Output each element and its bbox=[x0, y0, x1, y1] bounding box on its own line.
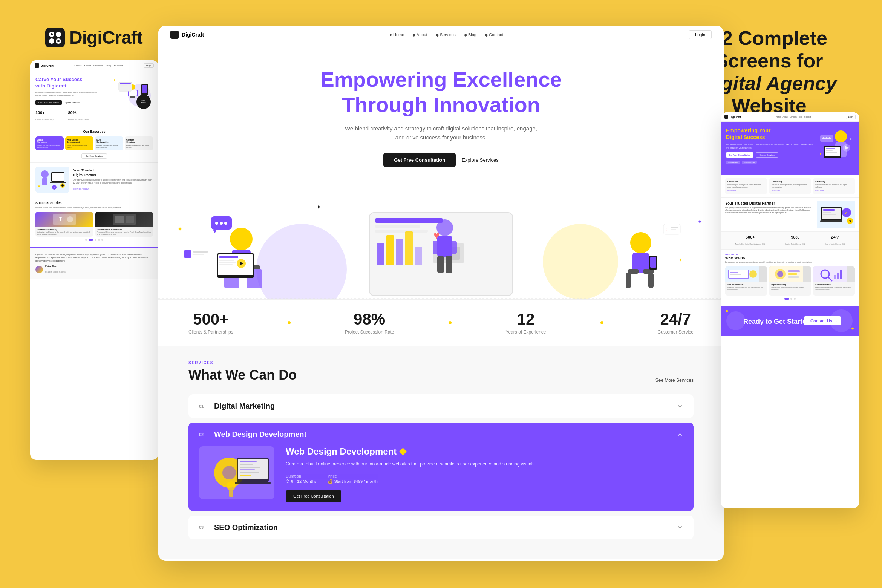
svg-rect-151 bbox=[837, 273, 839, 279]
left-hero-secondary-btn[interactable]: Explore Services bbox=[64, 100, 80, 105]
web-service-img bbox=[725, 266, 767, 282]
left-trusted-section: ✓ ★ Your TrustedDigital Partner Our agen… bbox=[30, 162, 158, 197]
nav-contact[interactable]: ◆ Contact bbox=[485, 32, 503, 37]
right-login-btn[interactable]: Login bbox=[846, 115, 856, 119]
svg-point-70 bbox=[630, 232, 651, 253]
left-nav-logo: DigiCraft bbox=[35, 63, 54, 68]
center-services: SERVICES What We Can Do See More Service… bbox=[158, 346, 724, 559]
dot-3 bbox=[95, 239, 96, 241]
svg-marker-82 bbox=[213, 230, 217, 233]
svg-rect-150 bbox=[834, 275, 836, 279]
center-primary-btn[interactable]: Get Free Consultation bbox=[383, 153, 456, 167]
service-1-header[interactable]: 01 Digital Marketing bbox=[188, 394, 694, 418]
brand-icon bbox=[45, 28, 65, 47]
svg-rect-106 bbox=[235, 482, 271, 484]
svg-rect-86 bbox=[193, 254, 204, 255]
left-hero-desc: Empowering businesses with innovative di… bbox=[35, 91, 103, 97]
service-2-content: Web Design Development Create a robust o… bbox=[286, 446, 683, 502]
service-3-name: SEO Optimization bbox=[214, 523, 669, 532]
service-2-header[interactable]: 02 Web Design Development bbox=[188, 423, 694, 446]
right-stat-1: 500+ Award of Best Digital Marketing Age… bbox=[735, 235, 765, 246]
right-trusted: Your Trusted Digital Partner Our agency … bbox=[721, 198, 859, 232]
svg-text:!: ! bbox=[666, 227, 668, 231]
svg-rect-24 bbox=[52, 173, 64, 181]
see-more-btn[interactable]: See More About Us → bbox=[73, 188, 92, 190]
expertise-card-1: DigitalMarketing Elevate your brand with… bbox=[35, 136, 64, 150]
whatwedo-desc: Let us see us our approach can provide s… bbox=[725, 261, 855, 263]
get-more-services-btn[interactable]: Get More Services bbox=[81, 153, 107, 159]
svg-rect-35 bbox=[115, 216, 124, 223]
svg-rect-69 bbox=[446, 256, 452, 273]
svg-rect-104 bbox=[240, 472, 259, 473]
left-success-section: Success Stories Discover how we have hel… bbox=[30, 197, 158, 247]
author-info: Peter Blue Head of Tactical Canvas bbox=[45, 265, 66, 274]
right-hero-btns: Get Free Consultation Explore Services bbox=[726, 152, 815, 158]
read-more-3[interactable]: Read More bbox=[815, 190, 853, 192]
svg-rect-129 bbox=[823, 212, 831, 213]
svg-rect-146 bbox=[788, 276, 799, 278]
service-1-num: 01 bbox=[199, 404, 207, 409]
svg-text:✦: ✦ bbox=[849, 138, 852, 141]
service-meta: Duration ⏱ 6 - 12 Months Price 💰 Start f… bbox=[286, 474, 683, 484]
diamond-decoration bbox=[399, 448, 407, 455]
success-cards: T Revitalized Grandby Maintained and dev… bbox=[35, 212, 153, 237]
svg-rect-103 bbox=[240, 469, 255, 470]
dot-5 bbox=[101, 239, 103, 241]
author-avatar bbox=[35, 266, 43, 273]
svg-rect-114 bbox=[826, 150, 833, 151]
left-hero-primary-btn[interactable]: Get Free Consultation bbox=[35, 100, 62, 105]
right-stat-2: 98% Head of Tactical Canvas 2022 bbox=[785, 235, 805, 246]
seo-service-body: SEO Optimization Ideally and practice an… bbox=[813, 282, 855, 296]
read-more-2[interactable]: Read More bbox=[772, 190, 809, 192]
right-dot-1 bbox=[784, 298, 789, 300]
left-login-btn[interactable]: Login bbox=[144, 63, 154, 68]
svg-point-37 bbox=[256, 224, 347, 299]
center-secondary-btn[interactable]: Explore Services bbox=[462, 153, 499, 167]
svg-rect-73 bbox=[643, 269, 654, 274]
left-nav: DigiCraft ● Home ● About ● Services ● Bl… bbox=[30, 60, 158, 71]
svg-point-6 bbox=[57, 40, 60, 42]
svg-rect-152 bbox=[840, 270, 842, 279]
svg-rect-77 bbox=[650, 257, 656, 268]
nav-about[interactable]: ◆ About bbox=[412, 32, 427, 37]
see-more-services-link[interactable]: See More Services bbox=[655, 378, 694, 383]
service-2-num: 02 bbox=[199, 432, 207, 437]
svg-text:✓: ✓ bbox=[53, 186, 55, 189]
service-2-name: Web Design Development bbox=[214, 430, 669, 439]
svg-rect-84 bbox=[184, 250, 191, 258]
service-3-header[interactable]: 03 SEO Optimization bbox=[188, 516, 694, 539]
pagination-dots bbox=[35, 237, 153, 243]
svg-rect-141 bbox=[769, 266, 803, 282]
nav-services[interactable]: ◆ Services bbox=[436, 32, 456, 37]
read-more-1[interactable]: Read More bbox=[727, 190, 765, 192]
services-label: SERVICES bbox=[188, 361, 297, 365]
svg-point-119 bbox=[828, 137, 831, 139]
stat-divider-1 bbox=[288, 321, 291, 324]
marketing-service-body: Digital Marketing Increase your marketin… bbox=[769, 282, 811, 296]
left-trusted-text: Your TrustedDigital Partner Our agency i… bbox=[73, 168, 153, 191]
right-secondary-btn[interactable]: Explore Services bbox=[756, 152, 778, 158]
service-consult-btn[interactable]: Get Free Consultation bbox=[286, 490, 341, 502]
service-3-num: 03 bbox=[199, 525, 207, 530]
stat-experience: 12 Years of Experience bbox=[506, 310, 546, 335]
right-primary-btn[interactable]: Get Free Consultation bbox=[726, 152, 753, 158]
svg-point-21 bbox=[41, 170, 49, 178]
right-dot-3 bbox=[794, 298, 796, 300]
center-hero-illustration: ♥ bbox=[158, 194, 724, 299]
center-login-btn[interactable]: Login bbox=[689, 30, 712, 39]
svg-point-79 bbox=[215, 222, 218, 225]
svg-rect-57 bbox=[386, 235, 394, 265]
nav-home[interactable]: ● Home bbox=[389, 32, 404, 37]
success-card-1: T Revitalized Grandby Maintained and dev… bbox=[35, 212, 93, 237]
svg-rect-65 bbox=[437, 236, 452, 257]
svg-text:Contact Us →: Contact Us → bbox=[810, 318, 838, 323]
svg-rect-93 bbox=[671, 227, 678, 228]
value-card-1: Creativity We develop to solve your busi… bbox=[725, 178, 767, 194]
right-nav-links: Home About Services Blog Contact bbox=[776, 116, 811, 118]
svg-rect-108 bbox=[229, 490, 233, 497]
center-logo-icon bbox=[170, 31, 179, 39]
brand-logo: DigiCraft bbox=[45, 27, 142, 48]
svg-text:★: ★ bbox=[849, 219, 851, 223]
nav-blog[interactable]: ◆ Blog bbox=[464, 32, 476, 37]
right-logo-text: DigiCraft bbox=[730, 116, 741, 118]
